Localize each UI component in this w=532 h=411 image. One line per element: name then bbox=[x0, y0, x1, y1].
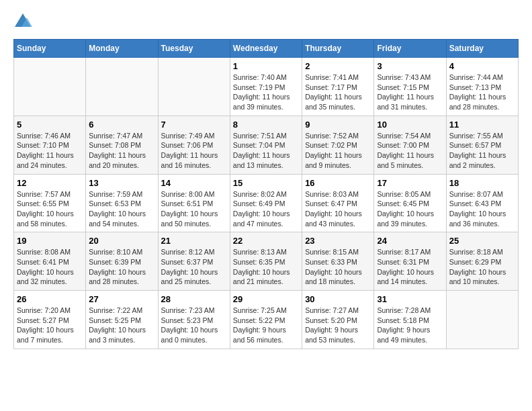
day-info: Sunrise: 7:54 AM Sunset: 7:00 PM Dayligh… bbox=[377, 131, 443, 171]
day-info: Sunrise: 7:47 AM Sunset: 7:08 PM Dayligh… bbox=[89, 131, 154, 171]
day-info: Sunrise: 8:18 AM Sunset: 6:29 PM Dayligh… bbox=[449, 247, 515, 287]
day-info: Sunrise: 7:46 AM Sunset: 7:10 PM Dayligh… bbox=[17, 131, 83, 171]
day-number: 9 bbox=[305, 120, 371, 130]
day-number: 23 bbox=[305, 236, 371, 246]
day-info: Sunrise: 7:40 AM Sunset: 7:19 PM Dayligh… bbox=[233, 73, 299, 112]
day-number: 17 bbox=[377, 178, 443, 188]
calendar-cell: 1Sunrise: 7:40 AM Sunset: 7:19 PM Daylig… bbox=[230, 58, 302, 116]
day-info: Sunrise: 7:57 AM Sunset: 6:55 PM Dayligh… bbox=[17, 189, 83, 229]
day-number: 11 bbox=[449, 120, 515, 130]
day-info: Sunrise: 8:03 AM Sunset: 6:47 PM Dayligh… bbox=[305, 189, 371, 229]
day-info: Sunrise: 7:28 AM Sunset: 5:18 PM Dayligh… bbox=[377, 306, 443, 345]
day-info: Sunrise: 7:49 AM Sunset: 7:06 PM Dayligh… bbox=[161, 131, 227, 171]
calendar-cell: 11Sunrise: 7:55 AM Sunset: 6:57 PM Dayli… bbox=[446, 116, 518, 174]
calendar-cell: 27Sunrise: 7:22 AM Sunset: 5:25 PM Dayli… bbox=[86, 291, 158, 349]
col-header-thursday: Thursday bbox=[302, 40, 374, 58]
day-number: 14 bbox=[161, 178, 227, 188]
day-info: Sunrise: 8:15 AM Sunset: 6:33 PM Dayligh… bbox=[305, 247, 371, 287]
logo-icon bbox=[13, 12, 32, 31]
day-number: 8 bbox=[233, 120, 299, 130]
calendar-cell: 7Sunrise: 7:49 AM Sunset: 7:06 PM Daylig… bbox=[158, 116, 230, 174]
calendar-cell: 12Sunrise: 7:57 AM Sunset: 6:55 PM Dayli… bbox=[14, 174, 86, 232]
day-info: Sunrise: 8:10 AM Sunset: 6:39 PM Dayligh… bbox=[89, 247, 154, 287]
day-number: 3 bbox=[377, 61, 443, 71]
day-info: Sunrise: 8:07 AM Sunset: 6:43 PM Dayligh… bbox=[449, 189, 515, 229]
day-info: Sunrise: 8:08 AM Sunset: 6:41 PM Dayligh… bbox=[17, 247, 83, 287]
calendar-cell: 4Sunrise: 7:44 AM Sunset: 7:13 PM Daylig… bbox=[446, 58, 518, 116]
calendar-week-1: 1Sunrise: 7:40 AM Sunset: 7:19 PM Daylig… bbox=[14, 58, 519, 116]
col-header-saturday: Saturday bbox=[446, 40, 518, 58]
calendar-week-4: 19Sunrise: 8:08 AM Sunset: 6:41 PM Dayli… bbox=[14, 232, 519, 291]
calendar-cell: 26Sunrise: 7:20 AM Sunset: 5:27 PM Dayli… bbox=[14, 291, 86, 349]
day-info: Sunrise: 7:20 AM Sunset: 5:27 PM Dayligh… bbox=[17, 306, 83, 345]
calendar-cell: 5Sunrise: 7:46 AM Sunset: 7:10 PM Daylig… bbox=[14, 116, 86, 174]
day-info: Sunrise: 7:43 AM Sunset: 7:15 PM Dayligh… bbox=[377, 73, 443, 112]
day-info: Sunrise: 7:52 AM Sunset: 7:02 PM Dayligh… bbox=[305, 131, 371, 171]
calendar-cell bbox=[446, 291, 518, 349]
day-info: Sunrise: 7:51 AM Sunset: 7:04 PM Dayligh… bbox=[233, 131, 299, 171]
day-number: 19 bbox=[17, 236, 83, 246]
day-number: 31 bbox=[377, 294, 443, 304]
calendar-cell: 22Sunrise: 8:13 AM Sunset: 6:35 PM Dayli… bbox=[230, 232, 302, 291]
day-info: Sunrise: 8:13 AM Sunset: 6:35 PM Dayligh… bbox=[233, 247, 299, 287]
calendar-cell: 15Sunrise: 8:02 AM Sunset: 6:49 PM Dayli… bbox=[230, 174, 302, 232]
calendar-cell: 30Sunrise: 7:27 AM Sunset: 5:20 PM Dayli… bbox=[302, 291, 374, 349]
calendar-cell: 14Sunrise: 8:00 AM Sunset: 6:51 PM Dayli… bbox=[158, 174, 230, 232]
logo bbox=[13, 13, 34, 32]
day-info: Sunrise: 7:41 AM Sunset: 7:17 PM Dayligh… bbox=[305, 73, 371, 112]
day-info: Sunrise: 8:17 AM Sunset: 6:31 PM Dayligh… bbox=[377, 247, 443, 287]
col-header-monday: Monday bbox=[86, 40, 158, 58]
calendar-week-5: 26Sunrise: 7:20 AM Sunset: 5:27 PM Dayli… bbox=[14, 291, 519, 349]
calendar-cell: 8Sunrise: 7:51 AM Sunset: 7:04 PM Daylig… bbox=[230, 116, 302, 174]
calendar-cell: 24Sunrise: 8:17 AM Sunset: 6:31 PM Dayli… bbox=[374, 232, 446, 291]
calendar-cell: 18Sunrise: 8:07 AM Sunset: 6:43 PM Dayli… bbox=[446, 174, 518, 232]
calendar-cell: 6Sunrise: 7:47 AM Sunset: 7:08 PM Daylig… bbox=[86, 116, 158, 174]
calendar-cell: 16Sunrise: 8:03 AM Sunset: 6:47 PM Dayli… bbox=[302, 174, 374, 232]
day-number: 18 bbox=[449, 178, 515, 188]
col-header-friday: Friday bbox=[374, 40, 446, 58]
calendar-cell: 10Sunrise: 7:54 AM Sunset: 7:00 PM Dayli… bbox=[374, 116, 446, 174]
calendar-cell: 20Sunrise: 8:10 AM Sunset: 6:39 PM Dayli… bbox=[86, 232, 158, 291]
day-info: Sunrise: 7:55 AM Sunset: 6:57 PM Dayligh… bbox=[449, 131, 515, 171]
day-number: 20 bbox=[89, 236, 154, 246]
calendar-cell: 31Sunrise: 7:28 AM Sunset: 5:18 PM Dayli… bbox=[374, 291, 446, 349]
day-number: 4 bbox=[449, 61, 515, 71]
day-info: Sunrise: 7:27 AM Sunset: 5:20 PM Dayligh… bbox=[305, 306, 371, 345]
calendar-cell: 23Sunrise: 8:15 AM Sunset: 6:33 PM Dayli… bbox=[302, 232, 374, 291]
calendar-cell: 2Sunrise: 7:41 AM Sunset: 7:17 PM Daylig… bbox=[302, 58, 374, 116]
day-number: 21 bbox=[161, 236, 227, 246]
calendar-cell: 25Sunrise: 8:18 AM Sunset: 6:29 PM Dayli… bbox=[446, 232, 518, 291]
calendar-cell bbox=[86, 58, 158, 116]
calendar-cell: 3Sunrise: 7:43 AM Sunset: 7:15 PM Daylig… bbox=[374, 58, 446, 116]
day-info: Sunrise: 7:44 AM Sunset: 7:13 PM Dayligh… bbox=[449, 73, 515, 112]
calendar-cell: 17Sunrise: 8:05 AM Sunset: 6:45 PM Dayli… bbox=[374, 174, 446, 232]
day-info: Sunrise: 7:22 AM Sunset: 5:25 PM Dayligh… bbox=[89, 306, 154, 345]
day-number: 26 bbox=[17, 294, 83, 304]
col-header-sunday: Sunday bbox=[14, 40, 86, 58]
day-number: 16 bbox=[305, 178, 371, 188]
col-header-wednesday: Wednesday bbox=[230, 40, 302, 58]
day-number: 12 bbox=[17, 178, 83, 188]
day-number: 6 bbox=[89, 120, 154, 130]
day-info: Sunrise: 8:00 AM Sunset: 6:51 PM Dayligh… bbox=[161, 189, 227, 229]
day-number: 30 bbox=[305, 294, 371, 304]
calendar-cell bbox=[158, 58, 230, 116]
calendar-week-3: 12Sunrise: 7:57 AM Sunset: 6:55 PM Dayli… bbox=[14, 174, 519, 232]
day-number: 5 bbox=[17, 120, 83, 130]
day-number: 2 bbox=[305, 61, 371, 71]
day-number: 1 bbox=[233, 61, 299, 71]
calendar-table: SundayMondayTuesdayWednesdayThursdayFrid… bbox=[13, 39, 519, 349]
day-number: 13 bbox=[89, 178, 154, 188]
calendar-header: SundayMondayTuesdayWednesdayThursdayFrid… bbox=[14, 40, 519, 58]
calendar-cell: 19Sunrise: 8:08 AM Sunset: 6:41 PM Dayli… bbox=[14, 232, 86, 291]
calendar-cell: 21Sunrise: 8:12 AM Sunset: 6:37 PM Dayli… bbox=[158, 232, 230, 291]
day-number: 7 bbox=[161, 120, 227, 130]
day-number: 27 bbox=[89, 294, 154, 304]
calendar-cell: 9Sunrise: 7:52 AM Sunset: 7:02 PM Daylig… bbox=[302, 116, 374, 174]
day-info: Sunrise: 7:25 AM Sunset: 5:22 PM Dayligh… bbox=[233, 306, 299, 345]
calendar-cell: 13Sunrise: 7:59 AM Sunset: 6:53 PM Dayli… bbox=[86, 174, 158, 232]
day-info: Sunrise: 7:23 AM Sunset: 5:23 PM Dayligh… bbox=[161, 306, 227, 345]
calendar-cell bbox=[14, 58, 86, 116]
day-number: 28 bbox=[161, 294, 227, 304]
day-number: 15 bbox=[233, 178, 299, 188]
